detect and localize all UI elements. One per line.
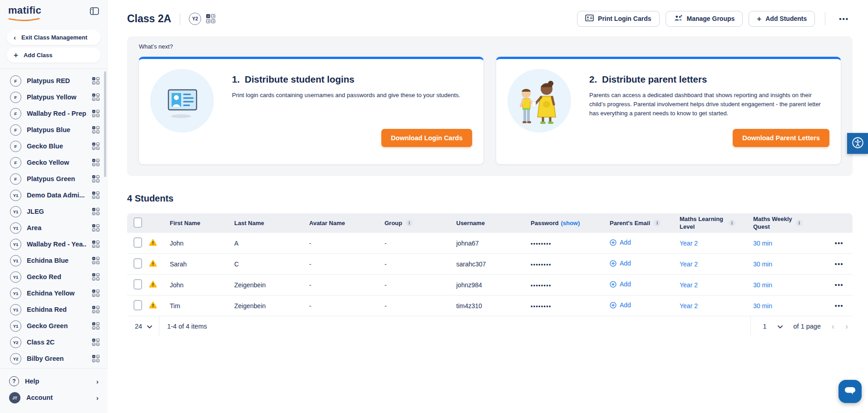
class-grid-icon[interactable]: −+×= <box>92 77 99 84</box>
help-icon: ? <box>9 376 19 386</box>
row-checkbox[interactable] <box>133 237 142 248</box>
download-parent-letters-button[interactable]: Download Parent Letters <box>733 129 829 147</box>
show-passwords-link[interactable]: (show) <box>561 220 580 226</box>
class-grid-icon[interactable]: −+×= <box>92 355 99 362</box>
sidebar-class-item[interactable]: Y1 Echidna Yellow −+×= <box>0 285 107 301</box>
class-grid-icon[interactable]: −+×= <box>92 224 99 231</box>
class-grid-icon[interactable]: −+×= <box>92 241 99 248</box>
warning-icon[interactable] <box>149 280 157 289</box>
sidebar-class-item[interactable]: F Gecko Blue −+×= <box>0 138 107 154</box>
info-icon[interactable]: i <box>729 220 735 226</box>
sidebar-class-item[interactable]: Y1 Echidna Blue −+×= <box>0 252 107 269</box>
add-parent-email-link[interactable]: Add <box>610 301 631 309</box>
header-more-button[interactable]: ••• <box>835 13 853 25</box>
page-number-value[interactable]: 1 <box>763 323 766 330</box>
warning-icon[interactable] <box>149 301 157 310</box>
chat-launcher-button[interactable] <box>838 380 862 403</box>
row-checkbox[interactable] <box>133 258 142 269</box>
col-first-name[interactable]: First Name <box>170 220 234 226</box>
sidebar-class-item[interactable]: F Wallaby Red - Prep −+×= <box>0 105 107 122</box>
learning-level-link[interactable]: Year 2 <box>680 261 698 268</box>
sidebar-class-item[interactable]: F Platypus RED −+×= <box>0 73 107 89</box>
class-grid-icon[interactable]: −+×= <box>92 93 99 101</box>
class-grid-icon[interactable]: −+×= <box>92 290 99 297</box>
download-login-cards-button[interactable]: Download Login Cards <box>381 129 472 147</box>
learning-level-link[interactable]: Year 2 <box>680 281 698 289</box>
class-grid-icon[interactable]: −+×= <box>92 306 99 313</box>
select-all-checkbox[interactable] <box>133 217 142 228</box>
row-more-button[interactable]: ••• <box>835 281 843 289</box>
sidebar-collapse-icon[interactable] <box>90 7 99 17</box>
col-avatar-name[interactable]: Avatar Name <box>309 220 385 226</box>
add-parent-email-link[interactable]: Add <box>610 280 631 288</box>
sidebar-scrollbar[interactable] <box>104 71 106 177</box>
sidebar-class-item[interactable]: F Gecko Yellow −+×= <box>0 154 107 171</box>
chevron-down-icon[interactable] <box>778 323 783 330</box>
weekly-quest-link[interactable]: 30 min <box>753 281 772 289</box>
accessibility-widget-button[interactable] <box>847 133 868 154</box>
chevron-down-icon[interactable] <box>147 323 152 330</box>
warning-icon[interactable] <box>149 260 157 268</box>
class-grid-icon[interactable]: −+×= <box>92 339 99 346</box>
circle-plus-icon <box>610 239 616 246</box>
login-card-icon <box>585 15 594 23</box>
class-grid-icon[interactable]: −+×= <box>92 143 99 150</box>
add-parent-email-link[interactable]: Add <box>610 260 631 267</box>
manage-groups-button[interactable]: Manage Groups <box>666 11 743 27</box>
sidebar-class-item[interactable]: F Platypus Blue −+×= <box>0 122 107 138</box>
sidebar-class-item[interactable]: Y2 Class 2C −+×= <box>0 334 107 350</box>
sidebar-class-item[interactable]: F Platypus Green −+×= <box>0 171 107 187</box>
weekly-quest-link[interactable]: 30 min <box>753 261 772 268</box>
sidebar-class-item[interactable]: Y1 Gecko Green −+×= <box>0 318 107 334</box>
class-year-badge[interactable]: Y2 <box>189 13 201 25</box>
page-size-value[interactable]: 24 <box>135 323 142 330</box>
next-page-button[interactable]: › <box>845 322 848 330</box>
class-grid-icon[interactable]: −+×= <box>92 110 99 117</box>
sidebar-class-item[interactable]: Y1 JLEG −+×= <box>0 203 107 220</box>
sidebar-class-item[interactable]: F Platypus Yellow −+×= <box>0 89 107 105</box>
class-grid-icon[interactable]: −+×= <box>92 192 99 199</box>
matific-logo[interactable]: matific <box>8 5 41 24</box>
row-more-button[interactable]: ••• <box>835 240 843 247</box>
class-grid-icon[interactable]: −+×= <box>92 257 99 264</box>
add-class-button[interactable]: + Add Class <box>7 48 101 63</box>
class-grid-icon[interactable]: −+×= <box>92 159 99 166</box>
warning-icon[interactable] <box>149 239 157 247</box>
weekly-quest-link[interactable]: 30 min <box>753 240 772 247</box>
class-grid-icon[interactable]: −+×= <box>92 208 99 215</box>
sidebar-class-item[interactable]: Y1 Wallaby Red - Yea... −+×= <box>0 236 107 252</box>
sidebar-class-item[interactable]: Y1 Demo Data Admi... −+×= <box>0 187 107 203</box>
info-icon[interactable]: i <box>654 220 661 226</box>
class-grid-icon[interactable]: −+×= <box>92 175 99 182</box>
previous-page-button[interactable]: ‹ <box>832 322 834 330</box>
class-grid-icon[interactable]: −+×= <box>92 126 99 133</box>
account-button[interactable]: JT Account › <box>0 389 108 406</box>
sidebar-class-item[interactable]: Y1 Echidna Red −+×= <box>0 301 107 318</box>
info-icon[interactable]: i <box>796 220 803 226</box>
add-students-button[interactable]: + Add Students <box>749 11 815 27</box>
print-login-cards-button[interactable]: Print Login Cards <box>577 11 659 27</box>
sidebar-class-item[interactable]: Y1 Gecko Red −+×= <box>0 269 107 285</box>
class-grid-icon[interactable]: −+×= <box>92 273 99 280</box>
exit-class-management-button[interactable]: ‹ Exit Class Management <box>7 30 101 45</box>
row-more-button[interactable]: ••• <box>835 261 843 268</box>
info-icon[interactable]: i <box>406 220 413 226</box>
weekly-quest-link[interactable]: 30 min <box>753 302 772 310</box>
login-card-illustration <box>150 69 214 133</box>
row-checkbox[interactable] <box>133 300 142 310</box>
class-grid-icon[interactable]: −+×= <box>92 322 99 329</box>
add-parent-email-link[interactable]: Add <box>610 239 631 246</box>
help-button[interactable]: ? Help › <box>0 373 108 389</box>
last-name-cell: Zeigenbein <box>234 281 309 289</box>
sidebar-class-item[interactable]: Y1 Area −+×= <box>0 220 107 236</box>
row-checkbox[interactable] <box>133 279 142 290</box>
class-grid-icon[interactable]: −+×= <box>206 14 215 23</box>
learning-level-link[interactable]: Year 2 <box>680 302 698 310</box>
sidebar-class-item[interactable]: Y2 Bilby Green −+×= <box>0 350 107 367</box>
learning-level-link[interactable]: Year 2 <box>680 240 698 247</box>
col-username[interactable]: Username <box>456 220 531 226</box>
col-last-name[interactable]: Last Name <box>234 220 309 226</box>
class-name: Gecko Blue <box>27 143 87 150</box>
plus-icon: + <box>757 15 761 23</box>
row-more-button[interactable]: ••• <box>835 302 843 310</box>
